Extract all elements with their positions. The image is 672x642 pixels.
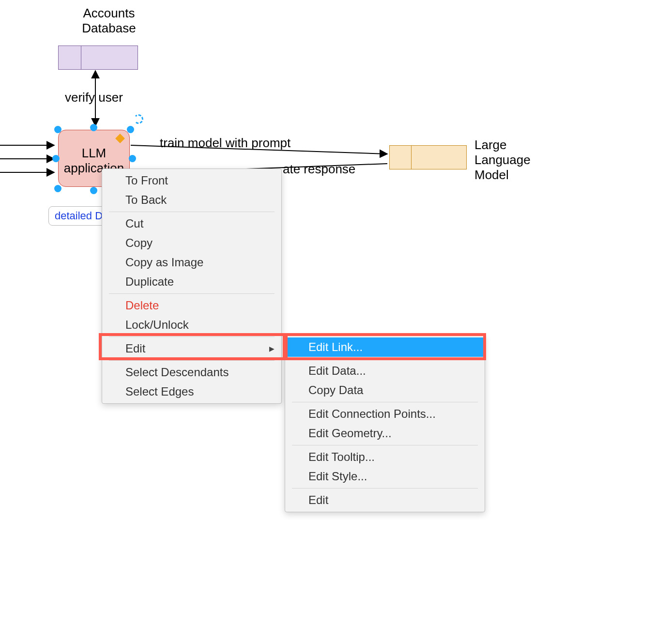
menu-separator [109,360,275,361]
rotate-handle-icon[interactable] [134,114,143,124]
menu-item-duplicate[interactable]: Duplicate [102,272,281,291]
menu-item-delete[interactable]: Delete [102,296,281,315]
detailed-link-box[interactable]: detailed D [48,206,109,226]
resize-handle[interactable] [90,124,97,131]
llm-model-label: Large Language Model [474,138,531,183]
menu-separator [292,359,478,359]
menu-separator [292,488,478,489]
edit-submenu[interactable]: Edit Link...Edit Data...Copy DataEdit Co… [285,335,485,512]
llm-model-node[interactable] [389,145,467,169]
submenu-item-edit-style[interactable]: Edit Style... [285,467,485,486]
menu-separator [109,336,275,337]
resize-handle[interactable] [127,126,134,133]
edge-label-response-partial: ate response [283,162,355,177]
menu-item-select-desc[interactable]: Select Descendants [102,363,281,382]
submenu-item-copy-data[interactable]: Copy Data [285,381,485,400]
edge-label-train: train model with prompt [160,136,290,151]
menu-item-edit[interactable]: Edit [102,339,281,358]
diagram-canvas[interactable]: Accounts Database verify user LLM applic… [0,0,672,642]
resize-handle[interactable] [54,126,61,133]
submenu-item-edit-geom[interactable]: Edit Geometry... [285,424,485,443]
menu-separator [292,402,478,402]
edge-label-verify-user: verify user [65,90,123,105]
submenu-item-edit-data[interactable]: Edit Data... [285,361,485,381]
resize-handle[interactable] [90,187,97,194]
link-indicator-icon [115,134,125,143]
menu-item-copy[interactable]: Copy [102,233,281,253]
menu-item-to-front[interactable]: To Front [102,171,281,190]
menu-separator [292,445,478,445]
menu-item-select-edges[interactable]: Select Edges [102,382,281,401]
detailed-link[interactable]: detailed D [55,210,103,222]
menu-item-to-back[interactable]: To Back [102,190,281,210]
menu-item-lock[interactable]: Lock/Unlock [102,315,281,335]
menu-item-cut[interactable]: Cut [102,214,281,233]
accounts-db-label: Accounts Database [68,6,150,36]
submenu-item-edit-link[interactable]: Edit Link... [285,337,485,357]
accounts-db-node[interactable] [58,46,138,70]
menu-item-copy-image[interactable]: Copy as Image [102,253,281,272]
menu-separator [109,293,275,294]
resize-handle[interactable] [52,155,60,162]
submenu-item-edit-conn[interactable]: Edit Connection Points... [285,404,485,424]
resize-handle[interactable] [54,185,61,192]
context-menu[interactable]: To FrontTo BackCutCopyCopy as ImageDupli… [102,168,282,404]
submenu-item-edit-tooltip[interactable]: Edit Tooltip... [285,447,485,467]
resize-handle[interactable] [129,155,136,162]
menu-separator [109,212,275,212]
submenu-item-edit-plain[interactable]: Edit [285,490,485,510]
